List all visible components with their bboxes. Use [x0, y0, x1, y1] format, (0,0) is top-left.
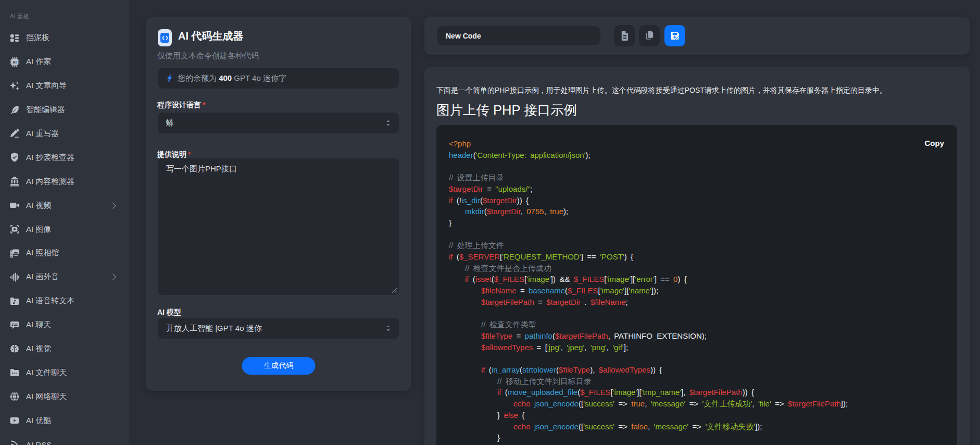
svg-text:AI: AI: [12, 60, 17, 65]
